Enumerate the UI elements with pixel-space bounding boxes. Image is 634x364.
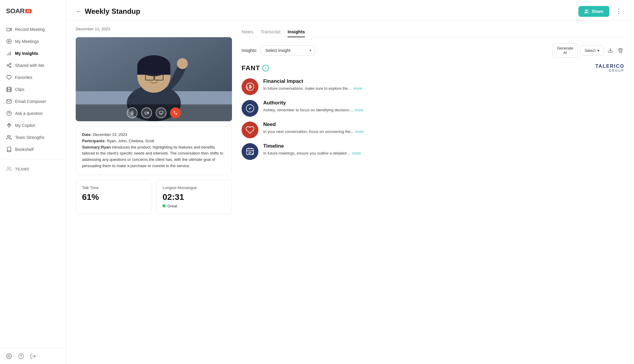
fant-item-authority: Authority Ashley, remember to focus on i… bbox=[242, 100, 624, 117]
meeting-date: December 13, 2023 bbox=[76, 27, 232, 31]
sidebar-label-favorites: Favorites bbox=[15, 75, 32, 80]
fant-header: FANT i TALERICO GROUP bbox=[242, 64, 624, 72]
talk-time-card: Talk Time 61% bbox=[76, 180, 151, 214]
timeline-text: In future meetings, ensure you outline a… bbox=[263, 150, 624, 156]
download-button[interactable] bbox=[606, 47, 614, 54]
share-icon bbox=[6, 62, 12, 68]
screen-share-button[interactable] bbox=[156, 107, 166, 118]
financial-impact-text: In future conversations, make sure to ex… bbox=[263, 86, 624, 92]
insights-dropdown-wrapper: Select insight ▾ bbox=[261, 45, 315, 56]
participants-label: Participants: bbox=[82, 139, 106, 143]
mail-icon bbox=[6, 98, 12, 104]
timeline-title: Timeline bbox=[263, 143, 624, 149]
tabs: Notes Transcript Insights bbox=[242, 27, 624, 37]
svg-rect-44 bbox=[159, 111, 163, 114]
logo-badge: AI bbox=[25, 9, 32, 13]
sidebar-label-shared-with-me: Shared with Me bbox=[15, 63, 44, 68]
authority-icon bbox=[242, 100, 258, 117]
tab-transcript[interactable]: Transcript bbox=[261, 27, 280, 37]
sidebar-label-bookshelf: Bookshelf bbox=[15, 147, 33, 152]
settings-icon[interactable] bbox=[6, 353, 12, 359]
svg-rect-42 bbox=[145, 112, 148, 114]
share-label: Share bbox=[592, 9, 603, 14]
svg-point-23 bbox=[8, 167, 9, 169]
authority-text: Ashley, remember to focus on identifying… bbox=[263, 107, 624, 113]
more-options-button[interactable]: ⋮ bbox=[613, 6, 624, 17]
date-label: Date: bbox=[82, 132, 92, 137]
sidebar-item-clips[interactable]: Clips bbox=[0, 83, 66, 95]
teams-icon bbox=[6, 166, 12, 172]
financial-impact-more[interactable]: more bbox=[353, 86, 362, 91]
copilot-icon bbox=[6, 122, 12, 128]
generate-ai-button[interactable]: GenerateAI bbox=[553, 43, 578, 58]
longest-monologue-badge: Great bbox=[163, 204, 226, 208]
sidebar-footer bbox=[0, 348, 66, 359]
sidebar-item-email-composer[interactable]: Email Composer bbox=[0, 95, 66, 107]
timeline-more[interactable]: more bbox=[352, 151, 361, 155]
fant-title: FANT bbox=[242, 64, 260, 72]
sidebar-item-my-meetings[interactable]: My Meetings bbox=[0, 35, 66, 47]
svg-point-2 bbox=[7, 39, 11, 44]
sidebar-item-bookshelf[interactable]: Bookshelf bbox=[0, 143, 66, 155]
page-title: Weekly Standup bbox=[85, 7, 140, 16]
sidebar-label-my-meetings: My Meetings bbox=[15, 39, 39, 44]
sidebar-item-favorites[interactable]: Favorites bbox=[0, 71, 66, 83]
svg-line-11 bbox=[8, 64, 10, 65]
authority-more[interactable]: more bbox=[355, 108, 364, 112]
longest-monologue-card: Longest Monologue 02:31 Great bbox=[156, 180, 232, 214]
logo-text: SOAR bbox=[6, 7, 25, 15]
timeline-icon bbox=[242, 143, 258, 160]
sidebar-item-my-insights[interactable]: My Insights bbox=[0, 47, 66, 59]
sidebar-item-ask-a-question[interactable]: Ask a question bbox=[0, 107, 66, 119]
sidebar-item-record-meeting[interactable]: Record Meeting bbox=[0, 23, 66, 35]
share-button[interactable]: Share bbox=[578, 6, 609, 17]
longest-monologue-label: Longest Monologue bbox=[163, 185, 226, 190]
need-more[interactable]: more bbox=[355, 129, 364, 134]
tab-notes[interactable]: Notes bbox=[242, 27, 253, 37]
sidebar-label-email-composer: Email Composer bbox=[15, 99, 46, 104]
fant-info-icon[interactable]: i bbox=[262, 65, 269, 71]
sidebar-item-shared-with-me[interactable]: Shared with Me bbox=[0, 59, 66, 71]
talerico-name: TALERICO bbox=[595, 64, 624, 69]
svg-point-39 bbox=[177, 58, 188, 69]
sidebar-label-my-copilot: My Copilot bbox=[15, 123, 35, 128]
generate-ai-label: GenerateAI bbox=[557, 46, 573, 55]
svg-marker-3 bbox=[9, 41, 10, 42]
green-dot bbox=[163, 204, 166, 207]
svg-point-24 bbox=[8, 356, 10, 357]
video-container bbox=[76, 37, 232, 121]
sidebar-label-clips: Clips bbox=[15, 87, 24, 92]
sidebar-item-team-strengths[interactable]: Team Strengths bbox=[0, 131, 66, 143]
header-right: Share ⋮ bbox=[578, 6, 624, 17]
delete-button[interactable] bbox=[617, 47, 624, 54]
mic-button[interactable] bbox=[127, 107, 138, 118]
sidebar: SOAR AI Record Meeting My Meetings My In… bbox=[0, 0, 66, 364]
teams-section: TEAMS bbox=[0, 163, 66, 175]
select-button[interactable]: Select ▾ bbox=[580, 46, 604, 56]
sidebar-item-my-copilot[interactable]: My Copilot bbox=[0, 119, 66, 131]
need-text: In your next conversation, focus on unco… bbox=[263, 129, 624, 135]
tab-insights[interactable]: Insights bbox=[288, 27, 305, 37]
svg-point-28 bbox=[585, 10, 587, 11]
insights-controls: Insights: Select insight ▾ GenerateAI Se… bbox=[242, 43, 624, 58]
summary-name: Ryan bbox=[101, 145, 111, 149]
help-footer-icon[interactable] bbox=[18, 353, 24, 359]
users-icon bbox=[6, 134, 12, 140]
fant-item-timeline: Timeline In future meetings, ensure you … bbox=[242, 143, 624, 160]
logout-icon[interactable] bbox=[30, 353, 36, 359]
film-icon bbox=[6, 86, 12, 92]
heart-icon bbox=[6, 74, 12, 80]
end-call-button[interactable] bbox=[170, 107, 181, 118]
svg-rect-35 bbox=[137, 66, 170, 75]
fant-item-need: Need In your next conversation, focus on… bbox=[242, 122, 624, 138]
back-button[interactable]: ← bbox=[76, 8, 81, 15]
svg-rect-0 bbox=[7, 28, 10, 31]
play-circle-icon bbox=[6, 38, 12, 44]
header-left: ← Weekly Standup bbox=[76, 7, 140, 16]
select-chevron-icon: ▾ bbox=[597, 48, 599, 53]
camera-button[interactable] bbox=[141, 107, 152, 118]
help-circle-icon bbox=[6, 110, 12, 116]
insights-dropdown[interactable]: Select insight bbox=[261, 45, 315, 56]
summary-label: Summary: bbox=[82, 145, 101, 149]
authority-content: Authority Ashley, remember to focus on i… bbox=[263, 100, 624, 113]
